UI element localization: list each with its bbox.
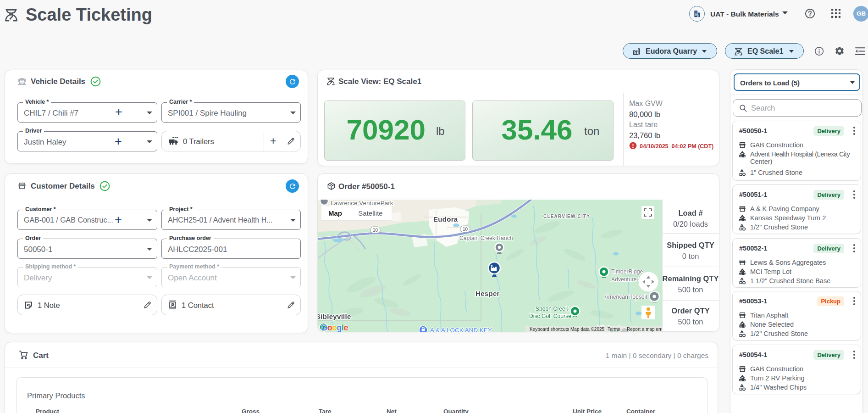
svg-text:Adventure C: Adventure C xyxy=(611,276,642,283)
svg-text:Disc Golf Course: Disc Golf Course xyxy=(529,313,571,319)
svg-text:10: 10 xyxy=(463,227,468,232)
svg-text:Google: Google xyxy=(321,323,348,332)
svg-text:10: 10 xyxy=(373,228,378,233)
svg-text:A & A LOCK AND KEY: A & A LOCK AND KEY xyxy=(430,327,492,332)
svg-text:Keyboard shortcuts: Keyboard shortcuts xyxy=(530,327,569,332)
svg-text:Spoon Creek: Spoon Creek xyxy=(536,306,569,312)
svg-text:Lawrence VenturePark: Lawrence VenturePark xyxy=(331,200,393,206)
svg-text:Eudora: Eudora xyxy=(433,215,458,223)
svg-text:Report a map error: Report a map error xyxy=(627,327,662,332)
svg-text:Sibleyville: Sibleyville xyxy=(318,313,351,320)
svg-text:CLEARVIEW CITY: CLEARVIEW CITY xyxy=(543,214,590,219)
svg-text:Satellite: Satellite xyxy=(358,209,382,217)
svg-text:Map: Map xyxy=(328,209,342,217)
svg-text:Captain Creek Ranch: Captain Creek Ranch xyxy=(459,235,513,241)
svg-text:Hesper: Hesper xyxy=(475,290,500,297)
svg-text:Terms: Terms xyxy=(608,327,620,332)
svg-text:TimberRidge: TimberRidge xyxy=(611,268,643,275)
svg-text:Map data ©2025: Map data ©2025 xyxy=(570,327,605,332)
svg-text:American Topsoil: American Topsoil xyxy=(604,294,647,300)
